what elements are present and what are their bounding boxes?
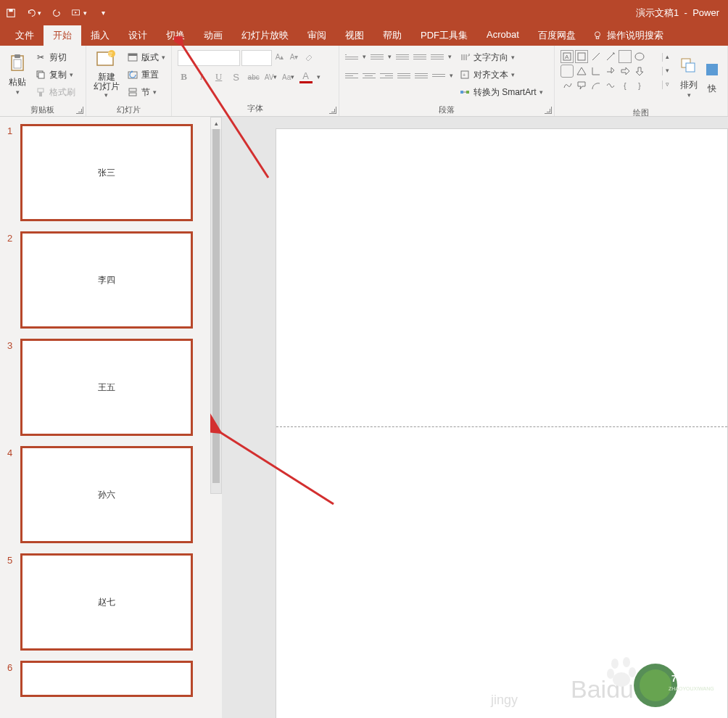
tab-slideshow[interactable]: 幻灯片放映	[232, 25, 298, 46]
shape-triangle[interactable]	[575, 65, 588, 78]
save-button[interactable]	[6, 8, 16, 18]
shape-arc[interactable]	[590, 79, 603, 92]
slide-canvas[interactable]	[276, 128, 728, 718]
shape-l-shape[interactable]	[590, 65, 603, 78]
clipboard-dialog-launcher[interactable]	[76, 107, 83, 114]
shape-elbow-arrow[interactable]	[604, 65, 617, 78]
slide-thumbnails-panel[interactable]: 1 张三 2 李四 3 王五 4 孙六 5 赵七 6	[0, 117, 210, 718]
shape-vertical-textbox[interactable]	[575, 50, 588, 63]
tab-baidu-netdisk[interactable]: 百度网盘	[529, 25, 585, 46]
thumb-slide[interactable]: 王五	[20, 339, 193, 436]
text-direction-button[interactable]: A 文字方向▾	[459, 49, 543, 66]
thumbnail-3[interactable]: 3 王五	[7, 339, 210, 436]
font-size-input[interactable]	[241, 50, 272, 66]
align-text-button[interactable]: + 对齐文本▾	[459, 66, 543, 83]
shape-oval[interactable]	[633, 50, 646, 63]
font-name-input[interactable]	[178, 50, 240, 66]
font-color-dropdown[interactable]: ▾	[317, 73, 320, 81]
paragraph-dialog-launcher[interactable]	[545, 107, 552, 114]
slideshow-from-start-button[interactable]: ▾	[72, 8, 87, 18]
font-dialog-launcher[interactable]	[329, 107, 336, 114]
shape-line[interactable]	[590, 50, 603, 63]
thumbnail-6[interactable]: 6	[7, 661, 210, 697]
convert-smartart-button[interactable]: 转换为 SmartArt▾	[459, 83, 543, 101]
character-spacing-button[interactable]: AV▾	[265, 70, 278, 83]
tab-insert[interactable]: 插入	[81, 25, 119, 46]
shape-freeform[interactable]	[561, 79, 574, 92]
shape-callout[interactable]	[575, 79, 588, 92]
scrollbar-up-button[interactable]: ▴	[211, 117, 221, 129]
tab-review[interactable]: 审阅	[298, 25, 336, 46]
tab-animations[interactable]: 动画	[194, 25, 232, 46]
thumbnails-scrollbar[interactable]: ▴	[210, 117, 222, 718]
tab-help[interactable]: 帮助	[373, 25, 411, 46]
reset-button[interactable]: 重置	[127, 66, 165, 83]
underline-button[interactable]: U	[212, 70, 226, 83]
shape-line-arrow[interactable]	[604, 50, 617, 63]
shape-textbox[interactable]: A	[561, 50, 574, 63]
shape-right-arrow[interactable]	[619, 65, 632, 78]
align-right-button[interactable]	[380, 69, 393, 82]
shape-down-arrow[interactable]	[633, 65, 646, 78]
redo-button[interactable]	[51, 8, 62, 18]
numbering-button[interactable]	[371, 50, 384, 63]
shapes-gallery[interactable]: A {	[561, 50, 661, 92]
shapes-more[interactable]: ▿	[662, 81, 671, 89]
decrease-font-button[interactable]: A▾	[288, 50, 301, 63]
thumb-slide[interactable]: 孙六	[20, 446, 193, 543]
columns-button[interactable]	[432, 69, 445, 82]
shape-wave[interactable]	[604, 79, 617, 92]
tell-me-search[interactable]: 操作说明搜索	[585, 25, 671, 46]
quick-styles-button[interactable]: 快	[703, 50, 721, 102]
increase-indent-button[interactable]	[413, 50, 426, 63]
thumb-slide[interactable]: 张三	[20, 124, 193, 221]
arrange-button[interactable]: 排列 ▾	[675, 50, 703, 102]
format-painter-button[interactable]: 格式刷	[35, 83, 75, 101]
thumb-slide[interactable]: 李四	[20, 231, 193, 329]
shape-rounded-rect[interactable]	[561, 65, 574, 78]
decrease-indent-button[interactable]	[396, 50, 409, 63]
increase-font-button[interactable]: A▴	[273, 50, 286, 63]
scrollbar-thumb[interactable]	[212, 129, 220, 483]
thumbnail-2[interactable]: 2 李四	[7, 231, 210, 329]
thumb-slide[interactable]: 赵七	[20, 553, 193, 651]
distribute-button[interactable]	[415, 69, 428, 82]
thumb-slide[interactable]	[20, 661, 193, 697]
tab-transitions[interactable]: 切换	[157, 25, 194, 46]
thumbnail-5[interactable]: 5 赵七	[7, 553, 210, 651]
thumbnail-1[interactable]: 1 张三	[7, 124, 210, 221]
shapes-scroll-down[interactable]: ▾	[662, 67, 671, 75]
strikethrough-button[interactable]: abc	[247, 70, 260, 83]
undo-button[interactable]: ▾	[26, 8, 41, 18]
italic-button[interactable]: I	[195, 70, 208, 83]
change-case-button[interactable]: Aa▾	[282, 70, 295, 83]
new-slide-button[interactable]: 新建 幻灯片 ▾	[89, 47, 124, 99]
cut-button[interactable]: ✂ 剪切	[35, 49, 75, 66]
tab-file[interactable]: 文件	[6, 25, 44, 46]
bullets-button[interactable]	[345, 50, 358, 63]
shape-rectangle[interactable]	[619, 50, 632, 63]
horizontal-guide[interactable]	[276, 426, 727, 427]
justify-button[interactable]	[397, 69, 410, 82]
shadow-button[interactable]: S	[230, 70, 243, 83]
tab-home[interactable]: 开始	[44, 25, 81, 46]
font-color-button[interactable]: A	[299, 70, 313, 83]
layout-button[interactable]: 版式 ▾	[127, 49, 165, 66]
present-icon	[72, 8, 82, 18]
shapes-scroll-up[interactable]: ▴	[662, 53, 671, 62]
paste-button[interactable]: 粘贴 ▾	[3, 47, 32, 99]
align-center-button[interactable]	[363, 69, 376, 82]
clear-formatting-button[interactable]	[302, 50, 315, 63]
line-spacing-button[interactable]	[431, 50, 444, 63]
align-left-button[interactable]	[345, 69, 358, 82]
shape-brace-left[interactable]: {	[619, 79, 632, 92]
tab-acrobat[interactable]: Acrobat	[477, 25, 529, 46]
section-button[interactable]: 节 ▾	[127, 83, 165, 101]
tab-pdf-tools[interactable]: PDF工具集	[411, 25, 477, 46]
copy-button[interactable]: 复制 ▾	[35, 66, 75, 83]
tab-design[interactable]: 设计	[119, 25, 157, 46]
thumbnail-4[interactable]: 4 孙六	[7, 446, 210, 543]
tab-view[interactable]: 视图	[336, 25, 373, 46]
shape-brace-right[interactable]: }	[633, 79, 646, 92]
bold-button[interactable]: B	[178, 70, 191, 83]
